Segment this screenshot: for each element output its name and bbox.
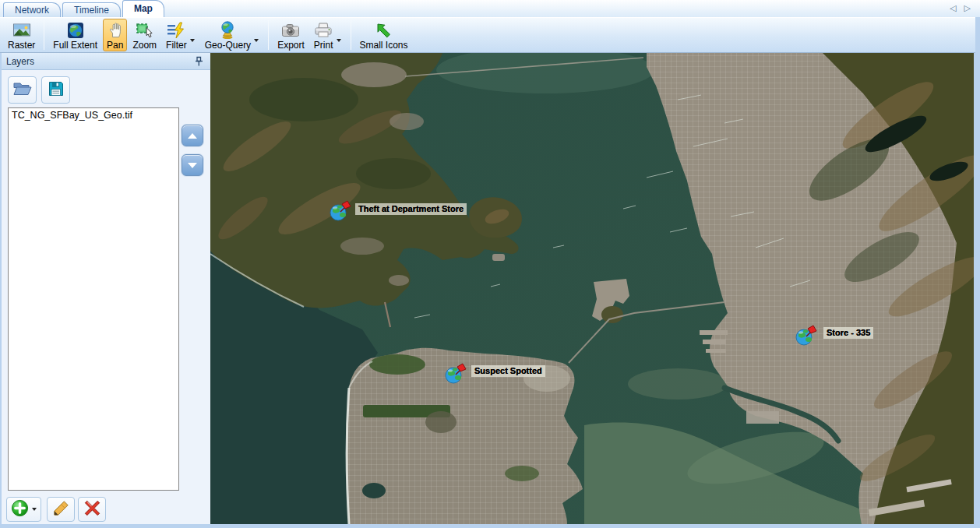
layers-panel-title: Layers <box>6 56 34 67</box>
filter-button[interactable]: Filter <box>162 19 199 51</box>
satellite-map-image <box>210 53 974 524</box>
map-marker-theft[interactable] <box>329 199 352 223</box>
filter-label: Filter <box>166 40 187 51</box>
delete-x-icon <box>83 499 101 520</box>
add-layer-plus-icon <box>11 499 29 520</box>
small-icons-arrow-icon <box>375 20 393 40</box>
map-marker-theft-label: Theft at Department Store <box>355 203 467 215</box>
tab-scroll-left-icon[interactable]: ◁ <box>950 3 956 12</box>
tab-network[interactable]: Network <box>3 2 61 17</box>
filter-lightning-icon <box>167 20 185 40</box>
open-folder-icon <box>12 80 33 100</box>
layers-panel-header: Layers <box>2 53 210 70</box>
geo-query-globe-icon <box>219 20 236 40</box>
globe-pushpin-icon <box>444 362 467 385</box>
open-layer-file-button[interactable] <box>8 76 37 104</box>
full-extent-button[interactable]: Full Extent <box>49 19 101 51</box>
tab-scroll-buttons: ◁ ▷ <box>944 3 971 13</box>
zoom-button[interactable]: Zoom <box>129 19 160 51</box>
camera-icon <box>281 20 300 40</box>
full-extent-globe-icon <box>67 20 84 40</box>
raster-label: Raster <box>8 40 35 51</box>
save-layers-button[interactable] <box>41 76 70 104</box>
add-layer-button[interactable] <box>6 497 41 522</box>
tab-scroll-right-icon[interactable]: ▷ <box>964 3 971 12</box>
export-button[interactable]: Export <box>273 19 308 51</box>
edit-pencil-icon <box>52 499 70 520</box>
pan-hand-icon <box>108 20 123 40</box>
raster-button[interactable]: Raster <box>4 19 39 51</box>
add-layer-dropdown-arrow-icon[interactable] <box>32 508 37 511</box>
map-canvas[interactable]: Theft at Department Store Suspect Spotte… <box>210 53 974 524</box>
move-down-icon <box>188 163 197 168</box>
filter-dropdown-arrow-icon[interactable] <box>190 39 195 42</box>
raster-icon <box>12 20 31 40</box>
zoom-select-icon <box>136 20 154 40</box>
tab-map-label: Map <box>134 3 153 14</box>
auto-hide-pin-icon[interactable] <box>195 56 203 67</box>
toolbar-separator <box>351 20 351 50</box>
pan-label: Pan <box>107 40 123 51</box>
layer-list-item[interactable]: TC_NG_SFBay_US_Geo.tif <box>9 108 178 122</box>
geo-query-dropdown-arrow-icon[interactable] <box>254 39 259 42</box>
toolbar-separator <box>268 20 269 50</box>
tab-map[interactable]: Map <box>122 0 164 17</box>
geo-query-label: Geo-Query <box>205 40 251 51</box>
map-marker-store[interactable] <box>795 324 818 347</box>
application-window: Network Timeline Map ◁ ▷ Raster <box>0 0 980 528</box>
geo-query-button[interactable]: Geo-Query <box>201 19 263 51</box>
move-layer-up-button[interactable] <box>182 125 203 146</box>
move-up-icon <box>188 133 197 139</box>
print-dropdown-arrow-icon[interactable] <box>337 39 341 42</box>
map-marker-store-label: Store - 335 <box>823 327 873 339</box>
delete-layer-button[interactable] <box>78 497 106 522</box>
move-layer-down-button[interactable] <box>182 154 203 176</box>
globe-pushpin-icon <box>795 324 818 347</box>
map-marker-suspect[interactable] <box>444 362 467 385</box>
tab-strip: Network Timeline Map ◁ ▷ <box>0 0 980 17</box>
printer-icon <box>314 20 333 40</box>
tab-timeline-label: Timeline <box>74 5 109 16</box>
layers-panel: Layers <box>2 53 210 524</box>
map-toolbar: Raster Full Extent <box>0 17 975 53</box>
print-button[interactable]: Print <box>310 19 346 51</box>
tab-network-label: Network <box>15 5 49 16</box>
small-icons-button[interactable]: Small Icons <box>356 19 412 51</box>
save-floppy-icon <box>48 80 65 100</box>
tab-timeline[interactable]: Timeline <box>62 2 121 17</box>
layers-listbox[interactable]: TC_NG_SFBay_US_Geo.tif <box>8 107 179 491</box>
small-icons-label: Small Icons <box>360 40 408 51</box>
export-label: Export <box>277 40 305 51</box>
globe-pushpin-icon <box>329 199 352 223</box>
full-extent-label: Full Extent <box>53 40 97 51</box>
pan-button[interactable]: Pan <box>103 19 127 51</box>
edit-layer-button[interactable] <box>47 497 75 522</box>
toolbar-separator <box>44 20 44 50</box>
print-label: Print <box>314 40 333 51</box>
zoom-label: Zoom <box>132 40 157 51</box>
map-marker-suspect-label: Suspect Spotted <box>471 365 545 377</box>
